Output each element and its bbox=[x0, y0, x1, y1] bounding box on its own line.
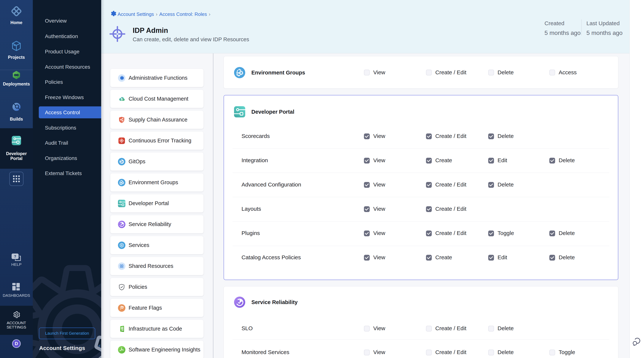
svg-text:$: $ bbox=[121, 97, 122, 101]
svg-text:?: ? bbox=[14, 254, 16, 259]
